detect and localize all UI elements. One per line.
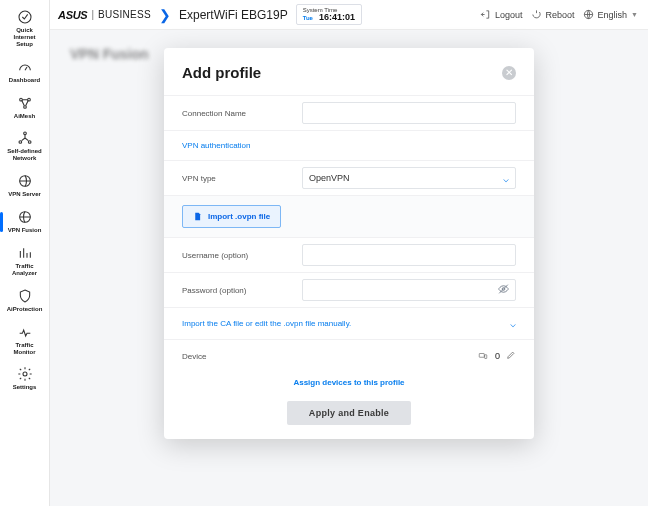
vpn-type-label: VPN type — [182, 174, 302, 183]
import-ca-expand[interactable]: Import the CA file or edit the .ovpn fil… — [164, 307, 534, 339]
sidebar: QuickInternetSetup Dashboard AiMesh Self… — [0, 0, 50, 506]
gear-icon — [17, 366, 33, 382]
topbar: ASUS | BUSINESS ❯ ExpertWiFi EBG19P Syst… — [50, 0, 648, 30]
system-time-box: System Time Tue 16:41:01 — [296, 4, 362, 26]
svg-point-6 — [28, 141, 31, 144]
logout-icon — [480, 9, 491, 20]
modal-overlay: Add profile ✕ Connection Name VPN authen… — [50, 30, 648, 506]
globe-shield-icon — [17, 173, 33, 189]
chevron-right-icon: ❯ — [159, 7, 171, 23]
modal-title: Add profile — [182, 64, 502, 81]
sidebar-item-traffic-monitor[interactable]: TrafficMonitor — [0, 319, 50, 362]
password-label: Password (option) — [182, 286, 302, 295]
pencil-icon — [506, 350, 516, 360]
shield-icon — [17, 288, 33, 304]
toggle-password-visibility[interactable] — [497, 283, 510, 298]
devices-icon — [477, 351, 489, 361]
svg-point-0 — [19, 11, 31, 23]
username-label: Username (option) — [182, 251, 302, 260]
sidebar-item-vpn-server[interactable]: VPN Server — [0, 168, 50, 204]
mesh-icon — [17, 95, 33, 111]
brand: ASUS | BUSINESS — [58, 9, 151, 21]
add-profile-modal: Add profile ✕ Connection Name VPN authen… — [164, 48, 534, 439]
connection-name-label: Connection Name — [182, 109, 302, 118]
device-label: Device — [182, 352, 477, 361]
assign-devices-link[interactable]: Assign devices to this profile — [164, 372, 534, 397]
globe-fusion-icon — [17, 209, 33, 225]
vpn-type-select[interactable]: OpenVPN ⌵ — [302, 167, 516, 189]
chevron-down-icon: ▼ — [631, 11, 638, 18]
chart-icon — [17, 245, 33, 261]
sidebar-item-vpn-fusion[interactable]: VPN Fusion — [0, 204, 50, 240]
chevron-down-icon: ⌵ — [510, 318, 516, 329]
wizard-icon — [17, 9, 33, 25]
sidebar-item-quick-setup[interactable]: QuickInternetSetup — [0, 4, 50, 54]
sidebar-item-self-defined-network[interactable]: Self-definedNetwork — [0, 125, 50, 168]
reboot-button[interactable]: Reboot — [531, 9, 575, 20]
logout-button[interactable]: Logout — [480, 9, 523, 20]
svg-point-5 — [19, 141, 22, 144]
svg-point-3 — [23, 105, 26, 108]
device-count: 0 — [495, 351, 500, 361]
brand-business: BUSINESS — [98, 9, 151, 20]
reboot-icon — [531, 9, 542, 20]
file-icon — [193, 211, 202, 222]
sidebar-item-aimesh[interactable]: AiMesh — [0, 90, 50, 126]
chevron-down-icon: ⌵ — [503, 173, 509, 184]
edit-devices-button[interactable] — [506, 350, 516, 362]
svg-point-4 — [23, 132, 26, 135]
eye-slash-icon — [497, 283, 510, 296]
gauge-icon — [17, 59, 33, 75]
close-button[interactable]: ✕ — [502, 66, 516, 80]
network-icon — [17, 130, 33, 146]
svg-rect-12 — [479, 354, 484, 358]
close-icon: ✕ — [505, 68, 513, 78]
language-selector[interactable]: English ▼ — [583, 9, 638, 20]
sidebar-item-traffic-analyzer[interactable]: TrafficAnalyzer — [0, 240, 50, 283]
model-name: ExpertWiFi EBG19P — [179, 8, 288, 22]
username-input[interactable] — [302, 244, 516, 266]
monitor-icon — [17, 324, 33, 340]
sidebar-item-aiprotection[interactable]: AiProtection — [0, 283, 50, 319]
svg-rect-13 — [485, 355, 487, 359]
vpn-authentication-link[interactable]: VPN authentication — [164, 130, 534, 160]
password-input[interactable] — [302, 279, 516, 301]
sidebar-item-settings[interactable]: Settings — [0, 361, 50, 397]
connection-name-input[interactable] — [302, 102, 516, 124]
globe-icon — [583, 9, 594, 20]
svg-point-9 — [23, 372, 27, 376]
apply-enable-button[interactable]: Apply and Enable — [287, 401, 411, 425]
brand-asus-logo: ASUS — [58, 9, 87, 21]
sidebar-item-dashboard[interactable]: Dashboard — [0, 54, 50, 90]
import-ovpn-button[interactable]: Import .ovpn file — [182, 205, 281, 228]
